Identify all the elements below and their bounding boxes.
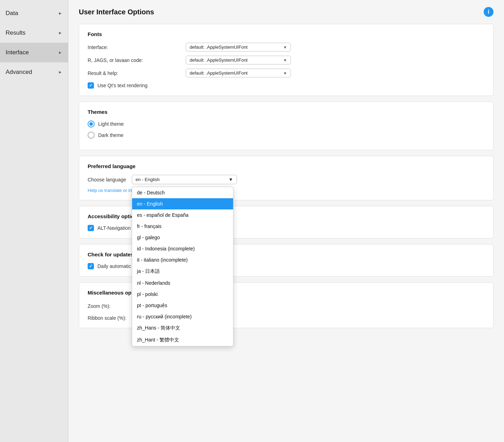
sidebar-item-advanced-label: Advanced bbox=[6, 69, 32, 76]
qt-text-rendering-checkbox[interactable] bbox=[88, 82, 94, 89]
language-dropdown: de - Deutsch en - English es - español d… bbox=[132, 187, 233, 346]
dropdown-arrow-icon: ▼ bbox=[283, 58, 287, 62]
light-theme-row: Light theme bbox=[88, 120, 485, 127]
page-title: User Interface Options bbox=[79, 8, 154, 16]
font-result-value: default: .AppleSystemUIFont bbox=[190, 70, 247, 76]
font-interface-select[interactable]: default: .AppleSystemUIFont ▼ bbox=[186, 43, 291, 51]
radio-inner-dot bbox=[89, 122, 93, 126]
lang-option-es[interactable]: es - español de España bbox=[132, 209, 233, 221]
preferred-language-title: Preferred language bbox=[88, 163, 485, 169]
lang-option-id[interactable]: id - Indonesia (incomplete) bbox=[132, 243, 233, 254]
font-code-value: default: .AppleSystemUIFont bbox=[190, 57, 247, 63]
dropdown-arrow-icon: ▼ bbox=[229, 177, 233, 182]
choose-language-label: Choose language bbox=[88, 175, 126, 182]
sidebar-item-advanced[interactable]: Advanced ► bbox=[0, 62, 68, 82]
lang-option-ja[interactable]: ja - 日本語 bbox=[132, 265, 233, 277]
daily-check-checkbox[interactable] bbox=[88, 263, 94, 269]
sidebar-item-interface-label: Interface bbox=[6, 49, 29, 56]
qt-text-rendering-label: Use Qt's text rendering bbox=[97, 83, 148, 88]
font-code-select[interactable]: default: .AppleSystemUIFont ▼ bbox=[186, 56, 291, 64]
alt-navigation-label: ALT-Navigation bbox=[97, 225, 131, 231]
dark-theme-row: Dark theme bbox=[88, 132, 485, 139]
qt-text-rendering-row: Use Qt's text rendering bbox=[88, 82, 485, 89]
chevron-right-icon: ► bbox=[58, 30, 62, 35]
dropdown-arrow-icon: ▼ bbox=[283, 71, 287, 75]
fonts-section: Fonts Interface: default: .AppleSystemUI… bbox=[79, 24, 493, 96]
chevron-right-icon: ► bbox=[58, 50, 62, 55]
dark-theme-label: Dark theme bbox=[98, 132, 123, 138]
sidebar-item-results[interactable]: Results ► bbox=[0, 23, 68, 43]
lang-option-fr[interactable]: fr - français bbox=[132, 221, 233, 232]
sidebar-item-results-label: Results bbox=[6, 29, 26, 36]
lang-option-gl[interactable]: gl - galego bbox=[132, 232, 233, 243]
dropdown-arrow-icon: ▼ bbox=[283, 45, 287, 49]
sidebar-item-data[interactable]: Data ► bbox=[0, 4, 68, 23]
chevron-right-icon: ► bbox=[58, 70, 62, 75]
language-selected-value: en - English bbox=[136, 177, 160, 182]
dark-theme-radio[interactable] bbox=[88, 132, 95, 139]
chevron-right-icon: ► bbox=[58, 11, 62, 16]
lang-option-nl[interactable]: nl - Nederlands bbox=[132, 277, 233, 289]
light-theme-radio[interactable] bbox=[88, 120, 95, 127]
preferred-language-section: Preferred language Choose language en - … bbox=[79, 156, 493, 200]
language-select-button[interactable]: en - English ▼ bbox=[132, 175, 237, 184]
font-row-code: R, JAGS, or lavaan code: default: .Apple… bbox=[88, 56, 485, 64]
font-result-label: Result & help: bbox=[88, 70, 186, 76]
sidebar-item-data-label: Data bbox=[6, 10, 18, 17]
page-title-row: User Interface Options i bbox=[79, 7, 493, 17]
font-row-result: Result & help: default: .AppleSystemUIFo… bbox=[88, 69, 485, 77]
lang-row: Choose language en - English ▼ de - Deut… bbox=[88, 175, 485, 184]
fonts-title: Fonts bbox=[88, 31, 485, 37]
lang-option-it[interactable]: it - italiano (incomplete) bbox=[132, 254, 233, 265]
lang-option-zh-hans[interactable]: zh_Hans - 简体中文 bbox=[132, 322, 233, 334]
alt-navigation-checkbox[interactable] bbox=[88, 225, 94, 231]
themes-section: Themes Light theme Dark theme bbox=[79, 102, 493, 150]
lang-option-pl[interactable]: pl - polski bbox=[132, 289, 233, 300]
font-result-select[interactable]: default: .AppleSystemUIFont ▼ bbox=[186, 69, 291, 77]
lang-option-ru[interactable]: ru - русский (incomplete) bbox=[132, 311, 233, 322]
sidebar: Data ► Results ► Interface ► Advanced ► bbox=[0, 0, 68, 442]
main-content: User Interface Options i Fonts Interface… bbox=[68, 0, 504, 442]
lang-option-zh-hant[interactable]: zh_Hant - 繁體中文 bbox=[132, 334, 233, 346]
font-code-label: R, JAGS, or lavaan code: bbox=[88, 57, 186, 63]
language-select-container: en - English ▼ de - Deutsch en - English… bbox=[132, 175, 237, 184]
font-interface-value: default: .AppleSystemUIFont bbox=[190, 44, 247, 50]
font-interface-label: Interface: bbox=[88, 44, 186, 50]
lang-option-pt[interactable]: pt - português bbox=[132, 300, 233, 311]
lang-option-en[interactable]: en - English bbox=[132, 198, 233, 209]
light-theme-label: Light theme bbox=[98, 121, 124, 127]
sidebar-item-interface[interactable]: Interface ► bbox=[0, 43, 68, 62]
themes-title: Themes bbox=[88, 109, 485, 115]
info-icon[interactable]: i bbox=[484, 7, 493, 17]
font-row-interface: Interface: default: .AppleSystemUIFont ▼ bbox=[88, 43, 485, 51]
lang-option-de[interactable]: de - Deutsch bbox=[132, 187, 233, 198]
